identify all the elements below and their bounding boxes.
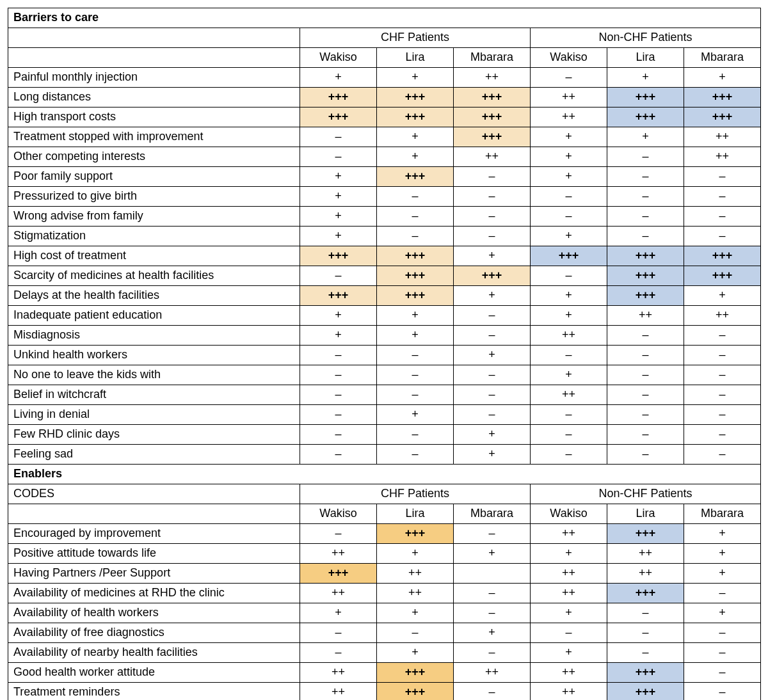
data-cell: – xyxy=(300,127,377,147)
data-cell: – xyxy=(607,147,684,167)
data-cell: + xyxy=(531,365,607,385)
data-cell: + xyxy=(607,127,684,147)
data-cell: – xyxy=(531,68,607,88)
row-label: Unkind health workers xyxy=(8,346,300,365)
data-cell: + xyxy=(377,603,454,623)
data-cell: +++ xyxy=(454,127,531,147)
data-cell: + xyxy=(377,306,454,326)
data-cell: +++ xyxy=(607,584,684,603)
data-cell: – xyxy=(531,425,607,445)
data-cell: – xyxy=(684,584,761,603)
data-cell: – xyxy=(454,167,531,187)
row-label: Encouraged by improvement xyxy=(8,524,300,544)
data-cell: – xyxy=(684,227,761,246)
table-row: Availability of free diagnostics––+––– xyxy=(8,623,761,643)
table-row: Inadequate patient education++–+++++ xyxy=(8,306,761,326)
row-label: Poor family support xyxy=(8,167,300,187)
data-cell: +++ xyxy=(684,266,761,286)
data-cell: – xyxy=(607,405,684,425)
data-cell: + xyxy=(300,167,377,187)
data-cell: + xyxy=(377,147,454,167)
col-header-1: Lira xyxy=(377,504,454,524)
row-label: Stigmatization xyxy=(8,227,300,246)
data-cell: – xyxy=(300,405,377,425)
data-cell: ++ xyxy=(300,584,377,603)
table-row: High cost of treatment++++++++++++++++ xyxy=(8,246,761,266)
col-header-4: Lira xyxy=(607,48,684,68)
data-cell: – xyxy=(531,405,607,425)
row-label: Pressurized to give birth xyxy=(8,187,300,207)
group-chf: CHF Patients xyxy=(300,484,531,504)
table-row: Belief in witchcraft–––++–– xyxy=(8,385,761,405)
data-cell: ++ xyxy=(454,68,531,88)
data-cell: +++ xyxy=(377,107,454,127)
row-label: Wrong advise from family xyxy=(8,207,300,227)
table-row: Long distances+++++++++++++++++ xyxy=(8,88,761,107)
data-cell: – xyxy=(454,603,531,623)
data-cell xyxy=(454,564,531,584)
row-label: Inadequate patient education xyxy=(8,306,300,326)
table-row: Painful monthly injection++++–++ xyxy=(8,68,761,88)
table-row: Unkind health workers––+––– xyxy=(8,346,761,365)
data-cell: – xyxy=(607,207,684,227)
col-header-2: Mbarara xyxy=(454,48,531,68)
data-cell: – xyxy=(454,584,531,603)
data-cell: ++ xyxy=(531,584,607,603)
data-cell: + xyxy=(454,425,531,445)
data-cell: +++ xyxy=(377,88,454,107)
data-cell: – xyxy=(684,405,761,425)
table-row: Pressurized to give birth+––––– xyxy=(8,187,761,207)
col-header-3: Wakiso xyxy=(531,504,607,524)
row-label: Painful monthly injection xyxy=(8,68,300,88)
data-cell: ++ xyxy=(300,683,377,701)
col-header-0: Wakiso xyxy=(300,48,377,68)
data-cell: – xyxy=(454,187,531,207)
data-cell: +++ xyxy=(607,663,684,683)
data-cell: +++ xyxy=(531,246,607,266)
table-row: Encouraged by improvement–+++–++++++ xyxy=(8,524,761,544)
col-header-5: Mbarara xyxy=(684,48,761,68)
data-cell: ++ xyxy=(607,306,684,326)
data-cell: ++ xyxy=(454,663,531,683)
data-cell: – xyxy=(300,425,377,445)
row-label: Availability of medicines at RHD the cli… xyxy=(8,584,300,603)
data-cell: – xyxy=(377,207,454,227)
row-label: Availability of nearby health facilities xyxy=(8,643,300,663)
data-cell: +++ xyxy=(377,246,454,266)
data-cell: + xyxy=(684,544,761,564)
data-cell: + xyxy=(607,68,684,88)
data-cell: – xyxy=(684,346,761,365)
data-cell: – xyxy=(684,445,761,465)
codes-label: CODES xyxy=(8,484,300,504)
data-cell: ++ xyxy=(300,663,377,683)
data-cell: – xyxy=(607,425,684,445)
data-cell: – xyxy=(300,365,377,385)
data-cell: +++ xyxy=(607,266,684,286)
row-label: Long distances xyxy=(8,88,300,107)
data-cell: + xyxy=(531,167,607,187)
data-cell: ++ xyxy=(684,147,761,167)
data-cell: + xyxy=(531,603,607,623)
data-cell: – xyxy=(684,425,761,445)
table-row: Availability of medicines at RHD the cli… xyxy=(8,584,761,603)
data-cell: – xyxy=(377,385,454,405)
row-label: Belief in witchcraft xyxy=(8,385,300,405)
data-cell: +++ xyxy=(454,88,531,107)
data-cell: +++ xyxy=(300,564,377,584)
table-row: Few RHD clinic days––+––– xyxy=(8,425,761,445)
data-cell: +++ xyxy=(377,286,454,306)
data-cell: + xyxy=(300,603,377,623)
data-cell: + xyxy=(684,68,761,88)
data-cell: ++ xyxy=(531,524,607,544)
data-cell: ++ xyxy=(531,88,607,107)
data-cell: – xyxy=(531,207,607,227)
data-cell: – xyxy=(684,683,761,701)
data-cell: +++ xyxy=(377,683,454,701)
data-cell: +++ xyxy=(300,107,377,127)
data-cell: +++ xyxy=(300,286,377,306)
data-cell: +++ xyxy=(377,167,454,187)
data-cell: – xyxy=(607,365,684,385)
data-cell: + xyxy=(377,326,454,346)
row-label: Having Partners /Peer Support xyxy=(8,564,300,584)
data-cell: ++ xyxy=(684,127,761,147)
